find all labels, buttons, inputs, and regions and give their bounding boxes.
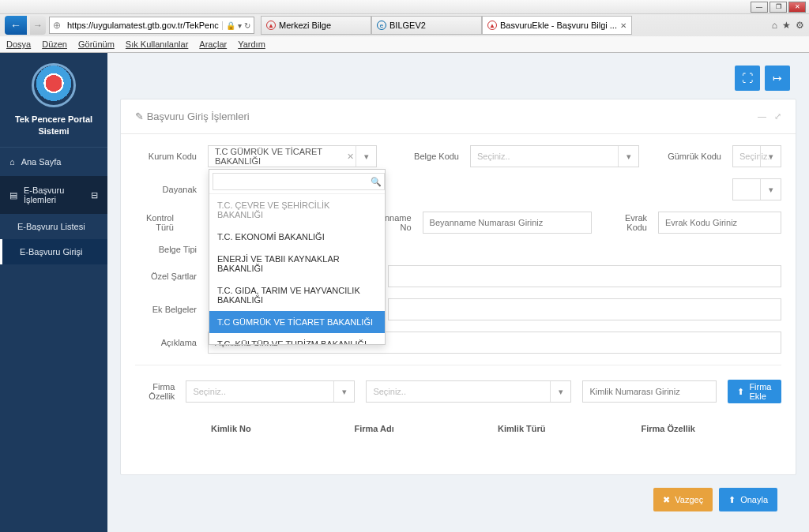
chevron-down-icon[interactable]: ▾ <box>760 146 781 167</box>
input-ek-belgeler[interactable] <box>388 298 781 320</box>
menu-gorunum[interactable]: Görünüm <box>78 39 115 49</box>
url-input[interactable] <box>64 21 222 30</box>
app-title: Tek Pencere Portal Sistemi <box>0 114 107 137</box>
window-restore[interactable]: ❐ <box>769 2 787 13</box>
panel-basvuru-giris: ✎ Başvuru Giriş İşlemleri — ⤢ Kurum Kodu… <box>120 99 796 475</box>
chevron-down-icon[interactable]: ▾ <box>333 381 354 402</box>
th-kimlik-turu: Kimlik Türü <box>495 424 638 433</box>
tools-icon[interactable]: ⚙ <box>796 20 804 31</box>
dropdown-option[interactable]: T.C. EKONOMİ BAKANLIĞI <box>209 226 385 248</box>
th-firma-adi: Firma Adı <box>352 424 495 433</box>
menu-araclar[interactable]: Araçlar <box>199 39 227 49</box>
tab-label: Merkezi Bilge <box>279 21 331 30</box>
browser-tab[interactable]: ▲ Merkezi Bilge <box>261 16 371 35</box>
browser-tab[interactable]: e BILGEV2 <box>371 16 482 35</box>
select-placeholder: Seçiniz.. <box>373 387 406 396</box>
sidebar-item-ebasvuru-girisi[interactable]: E-Başvuru Girişi <box>0 239 107 264</box>
th-firma-ozellik: Firma Özellik <box>638 424 782 433</box>
search-icon: 🔍 <box>371 177 382 187</box>
collapse-icon: ⊟ <box>91 190 98 200</box>
menu-dosya[interactable]: Dosya <box>6 39 31 49</box>
dropdown-option[interactable]: T.C. KÜLTÜR VE TURİZM BAKANLIĞI <box>209 333 385 344</box>
evrak-input[interactable] <box>665 218 774 227</box>
dropdown-list[interactable]: T.C. ÇEVRE VE ŞEHİRCİLİK BAKANLIĞI T.C. … <box>209 194 385 344</box>
label-dayanak: Dayanak <box>135 185 197 194</box>
button-label: Firma Ekle <box>749 382 772 401</box>
select-dayanak-right[interactable]: ▾ <box>732 178 781 200</box>
select-gumruk-kodu[interactable]: Seçiniz.. ▾ <box>732 145 781 167</box>
dropdown-option-selected[interactable]: T.C GÜMRÜK VE TİCARET BAKANLIĞI <box>209 311 385 333</box>
chevron-down-icon[interactable]: ▾ <box>618 146 638 167</box>
dropdown-option[interactable]: T.C. ÇEVRE VE ŞEHİRCİLİK BAKANLIĞI <box>209 194 385 226</box>
url-controls[interactable]: 🔒 ▾ ↻ <box>222 21 254 30</box>
chevron-down-icon[interactable]: ▾ <box>356 146 376 167</box>
dropdown-kurum-kodu: 🔍 T.C. ÇEVRE VE ŞEHİRCİLİK BAKANLIĞI T.C… <box>209 169 386 345</box>
upload-icon: ⬆ <box>728 495 736 505</box>
vazgec-button[interactable]: ✖ Vazgeç <box>653 488 713 511</box>
nav-back-button[interactable]: ← <box>5 16 27 35</box>
chevron-down-icon[interactable]: ▾ <box>550 381 570 402</box>
label-evrak-kodu: Evrak Kodu <box>603 213 647 232</box>
menu-duzen[interactable]: Düzen <box>42 39 67 49</box>
input-evrak-kodu[interactable] <box>658 212 781 234</box>
onayla-button[interactable]: ⬆ Onayla <box>719 488 777 511</box>
input-beyanname-no[interactable] <box>423 212 592 234</box>
window-minimize[interactable]: — <box>751 2 768 13</box>
input-kimlik-no[interactable] <box>582 380 717 403</box>
tab-label: BILGEV2 <box>389 21 426 30</box>
label-kurum-kodu: Kurum Kodu <box>135 152 197 161</box>
label-ek-belgeler: Ek Belgeler <box>135 305 197 314</box>
logo-area: Tek Pencere Portal Sistemi <box>0 53 107 148</box>
home-icon: ⌂ <box>9 157 15 167</box>
firma-ekle-button[interactable]: ⬆ Firma Ekle <box>728 380 781 403</box>
panel-collapse-icon[interactable]: — <box>758 111 766 122</box>
menu-yardim[interactable]: Yardım <box>238 39 265 49</box>
dropdown-option[interactable]: ENERJİ VE TABII KAYNAKLAR BAKANLIĞI <box>209 248 385 279</box>
button-label: Onayla <box>740 495 768 504</box>
tab-favicon: ▲ <box>266 21 276 30</box>
tab-label: BasvuruEkle - Başvuru Bilgi ... <box>500 21 617 30</box>
select-kurum-kodu[interactable]: T.C GÜMRÜK VE TİCARET BAKANLIĞI ✕ ▾ 🔍 T.… <box>208 145 377 167</box>
tab-favicon: e <box>377 21 386 30</box>
label-gumruk-kodu: Gümrük Kodu <box>650 152 721 161</box>
close-icon: ✖ <box>663 495 670 505</box>
sidebar-group-ebasvuru[interactable]: ▤ E-Başvuru İşlemleri ⊟ <box>0 176 107 214</box>
logout-button[interactable]: ↦ <box>765 66 790 91</box>
list-icon: ▤ <box>9 190 17 200</box>
sidebar-item-label: E-Başvuru İşlemleri <box>24 185 85 204</box>
sidebar-item-home[interactable]: ⌂ Ana Sayfa <box>0 148 107 176</box>
select-placeholder: Seçiniz.. <box>193 387 226 396</box>
tab-favicon: ▲ <box>487 21 497 30</box>
browser-tabs: ▲ Merkezi Bilge e BILGEV2 ▲ BasvuruEkle … <box>261 16 632 35</box>
sidebar-item-ebasvuru-listesi[interactable]: E-Başvuru Listesi <box>0 214 107 239</box>
button-label: Vazgeç <box>675 495 703 504</box>
home-icon[interactable]: ⌂ <box>772 20 777 31</box>
dropdown-search-input[interactable] <box>213 173 385 190</box>
label-aciklama: Açıklama <box>135 338 197 347</box>
sidebar-item-label: E-Başvuru Listesi <box>17 222 85 231</box>
browser-tab-active[interactable]: ▲ BasvuruEkle - Başvuru Bilgi ... ✕ <box>482 16 632 35</box>
dropdown-option[interactable]: T.C. GIDA, TARIM VE HAYVANCILIK BAKANLIĞ… <box>209 279 385 311</box>
address-bar[interactable]: ⊕ 🔒 ▾ ↻ <box>49 17 254 34</box>
select-belge-kodu[interactable]: Seçiniz.. ▾ <box>470 145 639 167</box>
fullscreen-button[interactable]: ⛶ <box>735 66 760 91</box>
clear-icon[interactable]: ✕ <box>347 152 354 162</box>
site-identity-icon: ⊕ <box>50 20 64 31</box>
app-logo <box>32 63 76 107</box>
beyanname-input[interactable] <box>430 218 585 227</box>
sidebar-item-label: E-Başvuru Girişi <box>20 247 82 257</box>
panel-expand-icon[interactable]: ⤢ <box>774 111 781 122</box>
panel-title: ✎ Başvuru Giriş İşlemleri <box>135 111 250 122</box>
window-close[interactable]: ✕ <box>788 2 806 13</box>
nav-forward-button[interactable]: → <box>30 16 46 35</box>
favorites-icon[interactable]: ★ <box>782 20 791 31</box>
menu-sik[interactable]: Sık Kullanılanlar <box>126 39 189 49</box>
kimlik-input[interactable] <box>589 387 709 396</box>
select-firma-ozellik[interactable]: Seçiniz.. ▾ <box>186 380 355 403</box>
select-firma-ozellik-2[interactable]: Seçiniz.. ▾ <box>366 380 571 403</box>
chevron-down-icon[interactable]: ▾ <box>760 179 781 200</box>
label-kontrol-turu: Kontrol Türü <box>135 213 174 232</box>
input-ozel-sartlar[interactable] <box>388 265 781 287</box>
label-firma-ozellik: Firma Özellik <box>135 382 175 401</box>
tab-close-icon[interactable]: ✕ <box>620 21 627 30</box>
